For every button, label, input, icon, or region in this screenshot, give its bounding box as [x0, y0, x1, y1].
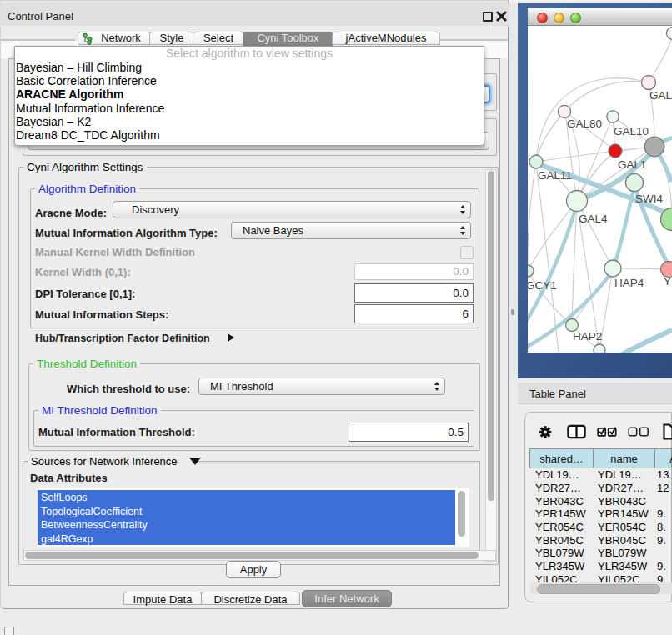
svg-text:GAL10: GAL10 [614, 125, 649, 138]
svg-text:HAP2: HAP2 [573, 330, 602, 342]
svg-text:GAL11: GAL11 [538, 169, 572, 182]
svg-text:HAP4: HAP4 [614, 277, 644, 289]
svg-text:SWI4: SWI4 [635, 192, 663, 205]
svg-text:GAL1: GAL1 [618, 158, 647, 171]
svg-text:GAL80: GAL80 [567, 118, 602, 130]
svg-text:GAL4: GAL4 [579, 212, 608, 225]
svg-text:GCY1: GCY1 [528, 279, 557, 292]
svg-text:GAL2: GAL2 [649, 89, 672, 102]
svg-text:Y: Y [664, 275, 671, 288]
